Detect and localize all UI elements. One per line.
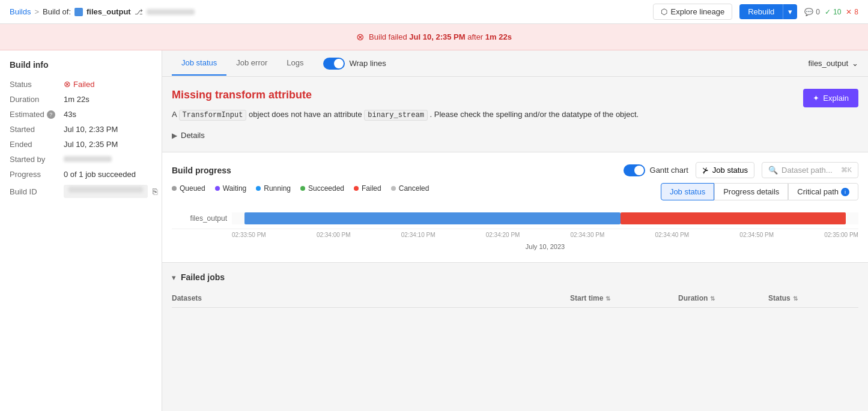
started-value: Jul 10, 2:33 PM xyxy=(64,125,118,134)
gantt-date: July 10, 2023 xyxy=(172,241,858,253)
canceled-dot xyxy=(391,186,396,191)
rebuild-button-group: Rebuild ▾ xyxy=(739,4,797,19)
error-icon: ⊗ xyxy=(356,31,364,43)
progress-row: Progress 0 of 1 job succeeded xyxy=(10,170,152,179)
view-tabs: Job status Progress details Critical pat… xyxy=(661,183,858,200)
duration-row: Duration 1m 22s xyxy=(10,95,152,104)
wrap-lines-toggle-switch[interactable] xyxy=(323,58,345,70)
legend: Queued Waiting Running Succeeded xyxy=(172,184,429,193)
rebuild-dropdown-button[interactable]: ▾ xyxy=(783,4,797,19)
build-of-label: Build of: xyxy=(43,7,71,16)
build-id-label: Build ID xyxy=(10,185,64,198)
status-value: ⊗ Failed xyxy=(64,79,94,89)
critical-path-label: Critical path xyxy=(797,187,839,196)
gantt-times: 02:33:50 PM 02:34:00 PM 02:34:10 PM 02:3… xyxy=(172,229,858,241)
view-tab-critical-path[interactable]: Critical path i xyxy=(788,183,858,200)
error-title: Missing transform attribute xyxy=(172,89,803,101)
ended-value: Jul 10, 2:35 PM xyxy=(64,140,118,149)
failed-jobs-title: Failed jobs xyxy=(181,272,225,282)
failed-jobs-header[interactable]: ▾ Failed jobs xyxy=(172,272,858,282)
estimated-row: Estimated ? 43s xyxy=(10,110,152,119)
header-right: ⬡ Explore lineage Rebuild ▾ 💬 0 ✓ 10 ✕ 8 xyxy=(653,4,858,20)
duration-value: 1m 22s xyxy=(64,95,90,104)
dataset-search-box[interactable]: 🔍 Dataset path... ⌘K xyxy=(762,162,858,178)
started-by-label: Started by xyxy=(10,155,64,164)
job-status-filter-button[interactable]: ⊁ Job status xyxy=(696,162,754,178)
wrap-lines-toggle[interactable]: Wrap lines xyxy=(314,58,396,70)
file-name: files_output xyxy=(86,7,131,16)
legend-queued: Queued xyxy=(172,184,205,193)
th-datasets[interactable]: Datasets xyxy=(172,294,570,302)
progress-label: Progress xyxy=(10,170,64,179)
chevron-right-icon: ▶ xyxy=(172,131,177,140)
estimated-help-icon[interactable]: ? xyxy=(47,110,55,119)
view-tab-progress-details[interactable]: Progress details xyxy=(714,183,788,200)
sort-duration-icon: ⇅ xyxy=(710,295,715,302)
x-badge: ✕ 8 xyxy=(846,8,858,16)
error-content-left: Missing transform attribute A TransformI… xyxy=(172,89,803,140)
failed-jobs-section: ▾ Failed jobs Datasets Start time ⇅ Dura… xyxy=(162,262,868,317)
x-count: 8 xyxy=(854,8,858,16)
error-duration: 1m 22s xyxy=(485,32,512,41)
started-label: Started xyxy=(10,125,64,134)
build-id-box xyxy=(64,185,148,198)
status-text: Failed xyxy=(73,80,94,89)
filter-label: Job status xyxy=(712,166,748,175)
ended-label: Ended xyxy=(10,140,64,149)
error-date: Jul 10, 2:35 PM xyxy=(409,32,465,41)
tab-job-error[interactable]: Job error xyxy=(226,51,277,76)
current-file-label: files_output xyxy=(809,59,849,68)
explore-lineage-button[interactable]: ⬡ Explore lineage xyxy=(653,4,733,20)
header: Builds > Build of: files_output ⎇ ⬡ Expl… xyxy=(0,0,868,24)
running-dot xyxy=(256,186,261,191)
toggle-knob xyxy=(334,59,344,68)
x-icon: ✕ xyxy=(846,8,852,16)
status-row: Status ⊗ Failed xyxy=(10,79,152,89)
legend-waiting: Waiting xyxy=(215,184,247,193)
gantt-toggle: Gantt chart xyxy=(624,164,688,176)
queued-label: Queued xyxy=(180,184,205,193)
error-description: A TransformInput object does not have an… xyxy=(172,109,803,121)
tab-job-status[interactable]: Job status xyxy=(172,51,226,76)
time-1: 02:33:50 PM xyxy=(232,232,266,238)
gantt-toggle-knob xyxy=(634,166,644,175)
rebuild-button[interactable]: Rebuild xyxy=(739,4,783,19)
check-count: 10 xyxy=(833,8,841,16)
th-duration[interactable]: Duration ⇅ xyxy=(678,294,768,302)
error-after: after xyxy=(467,32,483,41)
waiting-dot xyxy=(215,186,220,191)
details-label: Details xyxy=(181,131,205,140)
desc-suffix: . Please check the spelling and/or the d… xyxy=(430,110,639,119)
commit-hash xyxy=(147,9,195,15)
legend-running: Running xyxy=(256,184,291,193)
file-selector-icon[interactable]: ⌄ xyxy=(852,59,858,68)
running-label: Running xyxy=(264,184,291,193)
th-status[interactable]: Status ⇅ xyxy=(768,294,858,302)
build-id-container: ⎘ xyxy=(64,185,157,198)
canceled-label: Canceled xyxy=(399,184,429,193)
time-5: 02:34:30 PM xyxy=(571,232,605,238)
started-by-blurred xyxy=(64,156,112,162)
search-shortcut: ⌘K xyxy=(841,166,852,174)
explain-icon: ✦ xyxy=(813,94,819,103)
sort-status-icon: ⇅ xyxy=(793,295,798,302)
header-left: Builds > Build of: files_output ⎇ xyxy=(10,7,195,16)
header-badges: 💬 0 ✓ 10 ✕ 8 xyxy=(804,8,858,16)
details-row[interactable]: ▶ Details xyxy=(172,131,803,140)
time-3: 02:34:10 PM xyxy=(401,232,436,238)
breadcrumb-builds[interactable]: Builds xyxy=(10,7,31,16)
build-id-blurred xyxy=(68,187,143,193)
file-icon xyxy=(74,8,83,16)
explain-button[interactable]: ✦ Explain xyxy=(803,89,858,107)
build-progress-section: Build progress Gantt chart ⊁ Job status … xyxy=(162,152,868,262)
time-2: 02:34:00 PM xyxy=(317,232,351,238)
th-start-time[interactable]: Start time ⇅ xyxy=(570,294,678,302)
copy-icon[interactable]: ⎘ xyxy=(153,187,157,196)
sidebar: Build info Status ⊗ Failed Duration 1m 2… xyxy=(0,50,162,411)
tab-logs[interactable]: Logs xyxy=(277,51,313,76)
tabs-left: Job status Job error Logs Wrap lines xyxy=(172,51,396,76)
gantt-toggle-switch[interactable] xyxy=(624,164,645,176)
gantt-bar-running xyxy=(244,212,621,224)
bp-header-row: Build progress Gantt chart ⊁ Job status … xyxy=(172,162,858,178)
view-tab-job-status[interactable]: Job status xyxy=(661,183,714,200)
